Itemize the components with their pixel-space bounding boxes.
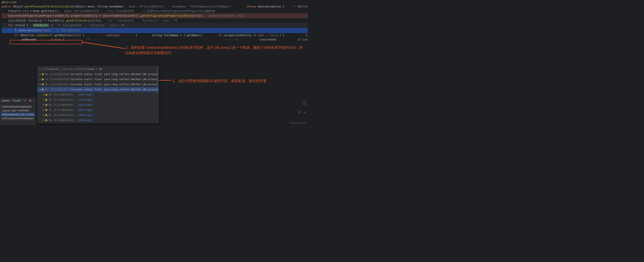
svg-rect-2 — [30, 100, 31, 102]
debug-item-row[interactable]: 6 = {Field@14445} ... toString() — [37, 102, 159, 108]
refresh-icon[interactable] — [23, 99, 26, 102]
code-line: List<Field> fieldList = FieldUtils.getAl… — [2, 19, 177, 22]
chevron-right-icon[interactable] — [42, 99, 45, 101]
code-line: Class<?> cls = bean.getClass(); bean: $P… — [2, 9, 134, 13]
var-name: fieldList — [45, 67, 59, 71]
debug-item-row[interactable]: 7 = {Field@14446} ... toString() — [37, 108, 159, 113]
annotation-2: 2、此时设置 f.setAccessible(true) 访问私有字段时，由于 … — [125, 45, 306, 56]
code-line: } — [122, 33, 137, 37]
tab-console[interactable]: Console — [12, 99, 21, 102]
debug-item-row[interactable]: 3 = {Field@14442} "private static final … — [37, 87, 159, 92]
field-icon — [45, 109, 48, 111]
code-line: @Override — [2, 0, 16, 4]
code-line: throws BeansException { — [233, 4, 284, 8]
field-icon — [42, 73, 44, 75]
watermark: ©稀土掘金技术社区 — [290, 122, 306, 124]
stack-frame[interactable]: sAfterInitialization:220, Concre — [1, 113, 35, 117]
field-icon — [45, 119, 48, 121]
debug-item-row[interactable]: 8 = {Field@14447} ... toString() — [37, 113, 159, 118]
code-line: } else { — [38, 38, 64, 41]
debug-bottom-panel: ariables Console TrademarkStarterApplica… — [0, 98, 36, 125]
code-line: String fieldName = f.getName(); — [139, 33, 204, 37]
debug-tabs: ariables Console — [0, 98, 36, 104]
code-editor[interactable]: @Override public Object postProcessAfter… — [0, 0, 308, 42]
code-line: continue; — [86, 33, 121, 37]
debug-header-row[interactable]: fieldList = {ArrayList@14436} size = 70 — [37, 67, 159, 72]
field-icon — [45, 104, 48, 106]
debug-variables-popup[interactable]: fieldList = {ArrayList@14436} size = 70 … — [37, 66, 159, 124]
bottom-right-toolbar — [298, 111, 306, 114]
code-line: public Object postProcessAfterInitializa… — [2, 4, 232, 8]
star-icon[interactable] — [298, 111, 301, 114]
code-line: /*------------*/ — [66, 38, 238, 41]
editor-right-gutter — [300, 0, 308, 102]
thread-status[interactable]: n group "main": RUNNING — [1, 109, 35, 113]
debug-item-row[interactable]: 1 = {Field@14440} "private static final … — [37, 77, 159, 82]
debug-item-row[interactable]: 9 = {Field@14448} ... toString() — [37, 118, 159, 123]
split-editor-icon[interactable] — [303, 102, 306, 105]
field-icon — [42, 83, 44, 85]
debug-item-row[interactable]: 10 = {Field@14449} ... toString() — [37, 123, 159, 123]
annotation-1: 1、动态代理类内部随机生成的字段，都是私有、静态的常量 — [173, 78, 298, 84]
chevron-right-icon[interactable] — [42, 93, 45, 96]
chevron-right-icon[interactable] — [42, 114, 45, 117]
debug-item-row[interactable]: 4 = {Field@14443} ... toString() — [37, 92, 159, 97]
code-line: addBeanNo — [2, 38, 36, 41]
code-line: ConcreteVa — [240, 38, 276, 41]
code-line: if (Modifier.isStatic(f.getModifiers()))… — [2, 33, 84, 37]
field-icon — [42, 89, 44, 91]
stack-frame[interactable]: ostProcessorsAfterInitialization — [1, 117, 35, 121]
arrow-2 — [82, 41, 126, 51]
chevron-right-icon[interactable] — [42, 119, 45, 122]
code-line-error: ConcreteConfigurationPropertiesEntity pr… — [2, 13, 308, 18]
app-name: TrademarkStarterApplication — [1, 105, 35, 109]
chevron-right-icon[interactable] — [42, 104, 45, 106]
stop-icon[interactable] — [29, 99, 32, 102]
field-icon — [45, 99, 48, 101]
link-icon — [42, 68, 44, 71]
code-line: for (Field f : fieldList) { f: Field@144… — [2, 23, 308, 28]
debug-item-row[interactable]: 5 = {Field@14444} ... toString() — [37, 97, 159, 102]
field-icon — [45, 114, 48, 116]
code-line-current: f.setAccessible(true); f: Field@14438 — [2, 28, 308, 33]
chevron-down-icon[interactable] — [38, 68, 41, 71]
field-icon — [42, 78, 44, 80]
field-icon — [45, 94, 48, 96]
chevron-right-icon[interactable] — [39, 73, 42, 76]
chevron-right-icon[interactable] — [39, 78, 42, 81]
debug-item-row[interactable]: 0 = {Field@14438} "private static final … — [37, 72, 159, 77]
chevron-down-icon[interactable] — [303, 111, 306, 114]
code-line: // 处理ConcreteConfigurationProperties注解的类 — [136, 9, 215, 13]
debug-item-row[interactable]: 2 = {Field@14441} "private static final … — [37, 82, 159, 87]
tab-variables[interactable]: ariables — [2, 99, 10, 102]
chevron-right-icon[interactable] — [39, 83, 42, 86]
popup-scrollbar[interactable] — [157, 67, 158, 94]
code-line: if (propertiesEntity != null = false ) { — [205, 33, 284, 37]
chevron-right-icon[interactable] — [39, 88, 42, 91]
svg-line-0 — [84, 42, 124, 49]
chevron-right-icon[interactable] — [42, 109, 45, 112]
